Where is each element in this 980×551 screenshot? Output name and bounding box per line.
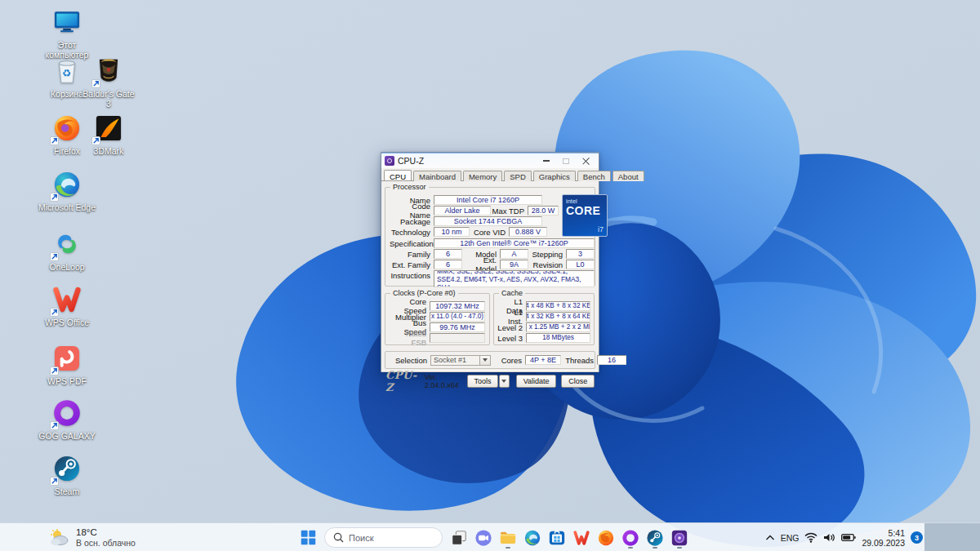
search-input[interactable]: [349, 533, 430, 543]
l1-inst-value: 4 x 32 KB + 8 x 64 KB: [526, 312, 590, 322]
tab-about[interactable]: About: [612, 171, 644, 181]
level2-value: 4 x 1.25 MB + 2 x 2 MB: [526, 322, 590, 332]
gog-galaxy-icon: [51, 398, 82, 429]
package-label: Package: [390, 217, 434, 226]
threads-value: 16: [597, 355, 626, 365]
notification-badge[interactable]: 3: [911, 531, 923, 544]
desktop-icon-microsoft-edge[interactable]: Microsoft Edge: [38, 169, 96, 212]
cache-groupbox: Cache L1 Data 4 x 48 KB + 8 x 32 KB L1 I…: [493, 293, 595, 345]
cpuz-app-icon: [670, 529, 688, 547]
taskbar-wps-office[interactable]: [570, 526, 593, 549]
shortcut-arrow-icon: [50, 308, 59, 317]
taskbar-gog-galaxy[interactable]: [619, 526, 642, 549]
wps-office-icon: [572, 529, 590, 547]
cpuz-version: Ver. 2.04.0.x64: [425, 373, 468, 389]
steam-icon: [646, 529, 664, 547]
taskbar-file-explorer[interactable]: [497, 526, 519, 549]
window-title: CPU-Z: [398, 156, 537, 166]
start-button[interactable]: [296, 526, 319, 549]
shortcut-arrow-icon: [50, 367, 59, 375]
cache-legend: Cache: [499, 289, 525, 297]
taskbar-firefox[interactable]: [595, 526, 617, 549]
bus-speed-value: 99.76 MHz: [430, 322, 485, 332]
tab-cpu[interactable]: CPU: [384, 170, 412, 180]
desktop-icon-label: WPS Office: [38, 318, 96, 327]
running-indicator: [506, 547, 510, 549]
taskbar-cpuz[interactable]: [668, 526, 691, 549]
tools-button[interactable]: Tools: [467, 375, 497, 388]
windows-logo-icon: [300, 529, 317, 546]
tab-mainboard[interactable]: Mainboard: [413, 171, 461, 181]
socket-selector-dropdown[interactable]: Socket #1: [430, 355, 491, 366]
desktop-icon-this-pc[interactable]: Этот компьютер: [38, 7, 96, 60]
taskbar-steam[interactable]: [644, 526, 666, 549]
processor-legend: Processor: [390, 183, 429, 191]
codename-value: Alder Lake: [434, 206, 491, 216]
shortcut-arrow-icon: [91, 79, 100, 88]
taskbar-tray: ENG 5:41 29.09.2023 3: [765, 523, 923, 551]
close-button[interactable]: [576, 155, 595, 167]
desktop-icon-label: Microsoft Edge: [38, 202, 96, 212]
running-indicator: [653, 547, 657, 549]
shortcut-arrow-icon: [50, 421, 59, 430]
desktop-icon-oneloop[interactable]: OneLoop: [38, 229, 96, 272]
level3-value: 18 MBytes: [526, 333, 590, 343]
3dmark-icon: [93, 113, 124, 144]
intel-badge-core: CORE: [566, 205, 604, 217]
intel-badge-i7: i7: [566, 225, 604, 233]
family-label: Family: [390, 250, 434, 259]
file-explorer-icon: [499, 529, 517, 547]
taskbar-task-view[interactable]: [448, 526, 470, 549]
tab-graphics[interactable]: Graphics: [533, 171, 576, 181]
battery-icon[interactable]: [841, 533, 856, 542]
edge-icon: [51, 169, 82, 200]
tab-bench[interactable]: Bench: [577, 171, 611, 181]
technology-label: Technology: [390, 228, 434, 237]
instructions-value: MMX, SSE, SSE2, SSE3, SSSE3, SSE4.1, SSE…: [434, 270, 595, 287]
name-value: Intel Core i7 1260P: [434, 195, 542, 205]
running-indicator: [628, 547, 633, 549]
taskbar-chat[interactable]: [472, 526, 495, 549]
revision-value: L0: [566, 260, 595, 269]
close-action-button[interactable]: Close: [561, 375, 595, 388]
desktop-icon-wps-office[interactable]: WPS Office: [38, 284, 96, 327]
volume-icon[interactable]: [823, 532, 835, 543]
shortcut-arrow-icon: [50, 193, 59, 202]
desktop-icon-label: GOG GALAXY: [38, 431, 96, 441]
desktop-icon-baldurs-gate-3[interactable]: Baldur's Gate 3: [79, 56, 138, 109]
taskbar-microsoft-store[interactable]: [546, 526, 568, 549]
desktop-icon-steam[interactable]: Steam: [38, 453, 96, 496]
tray-chevron-up-icon[interactable]: [765, 535, 775, 541]
desktop-icon-3dmark[interactable]: 3DMark: [79, 113, 138, 156]
tab-memory[interactable]: Memory: [463, 171, 502, 181]
multiplier-value: x 11.0 (4.0 - 47.0): [430, 312, 485, 322]
tray-time: 5:41: [862, 528, 905, 538]
wifi-icon[interactable]: [804, 532, 817, 543]
weather-temperature: 18°C: [76, 527, 136, 538]
dropdown-arrow-icon[interactable]: [479, 356, 490, 365]
taskbar-edge[interactable]: [521, 526, 544, 549]
taskbar-dark-corner: [924, 523, 980, 551]
desktop-icon-wps-pdf[interactable]: WPS PDF: [38, 343, 96, 386]
cpuz-titlebar[interactable]: CPU-Z: [381, 153, 599, 168]
weather-widget[interactable]: 18°C В осн. облачно: [49, 526, 136, 549]
desktop-icon-label: 3DMark: [79, 146, 138, 156]
tools-dropdown-button[interactable]: [499, 375, 510, 388]
svg-text:♻: ♻: [62, 67, 71, 79]
cores-label: Cores: [491, 356, 525, 365]
taskbar-search[interactable]: [324, 527, 443, 548]
validate-button[interactable]: Validate: [516, 375, 556, 388]
clock[interactable]: 5:41 29.09.2023: [862, 528, 905, 548]
desktop-icon-label: Baldur's Gate 3: [79, 89, 138, 109]
minimize-button[interactable]: [537, 155, 556, 167]
corevid-label: Core VID: [470, 228, 509, 237]
language-indicator[interactable]: ENG: [781, 533, 800, 543]
desktop-icon-gog-galaxy[interactable]: GOG GALAXY: [38, 398, 96, 441]
intel-core-i7-badge: intel CORE i7: [562, 194, 608, 237]
tab-spd[interactable]: SPD: [504, 171, 532, 181]
this-pc-icon: [51, 7, 82, 38]
stepping-label: Stepping: [528, 250, 566, 259]
maximize-button: [556, 155, 576, 167]
taskbar-center: [296, 526, 691, 549]
processor-groupbox: Processor Name Intel Core i7 1260P Code …: [385, 187, 595, 287]
